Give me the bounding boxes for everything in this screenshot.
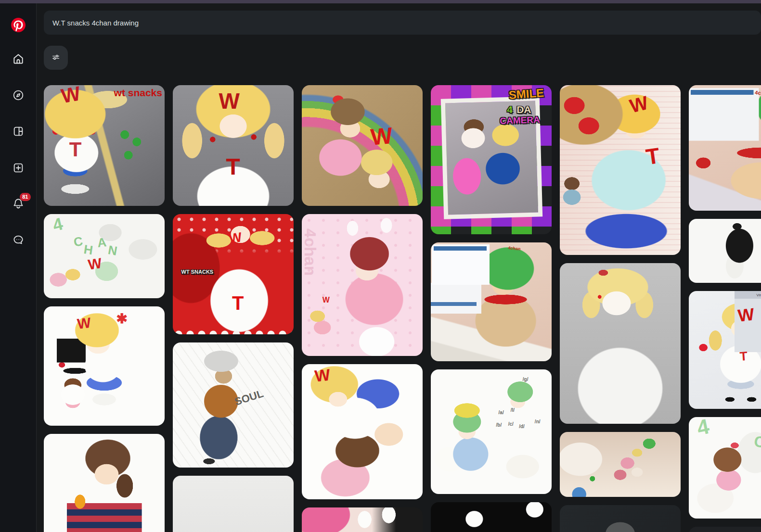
pin-red-dots-wt-snacks[interactable]: WT SNACKSWT <box>173 214 294 334</box>
pin-gray-pointing-girl[interactable] <box>560 263 681 424</box>
sidebar-item-messages[interactable] <box>7 228 30 252</box>
pin-art-text: 4chan <box>755 90 761 97</box>
pin-column: wt snacksWT4CHANWW✱ <box>44 85 165 532</box>
sliders-icon <box>51 52 61 64</box>
pin-art-text: T <box>645 144 661 168</box>
pin-art-text: /l/ <box>511 408 515 413</box>
sidebar-item-home[interactable] <box>7 47 30 70</box>
pin-art-text: H <box>83 243 94 256</box>
pin-art-text: DA <box>516 104 531 114</box>
pin-pink-catgirls[interactable]: 4chanW <box>302 214 423 356</box>
pin-art-text: C <box>73 234 84 248</box>
pin-art-text: /n/ <box>535 419 541 424</box>
sidebar-item-explore[interactable] <box>7 84 30 107</box>
pin-art-text: wt snacks <box>114 88 162 98</box>
pin-art-text: SMILE <box>508 87 544 101</box>
pin-wt-snacks-hammer[interactable]: wt snacksWT <box>44 85 165 206</box>
pin-art-text: CAMERA <box>500 115 540 126</box>
pin-chibi-sitting-cat[interactable]: W✱ <box>44 306 165 426</box>
pin-art-text: W <box>219 90 239 112</box>
pin-art-text: T <box>69 139 82 160</box>
sidebar-item-boards[interactable] <box>7 120 30 143</box>
compass-icon <box>12 89 25 101</box>
pin-art-text: W <box>737 306 755 325</box>
window-chrome-strip <box>0 0 761 3</box>
pin-cat-clover-earth[interactable] <box>560 432 681 497</box>
pin-4ch-catgirl[interactable]: 4CH <box>689 417 761 519</box>
pin-art-text: 4chan <box>508 246 521 252</box>
pin-4chan-sketch[interactable]: 4CHANW <box>44 214 165 298</box>
pin-art-text: SOUL <box>233 389 265 408</box>
layout-icon <box>12 125 25 138</box>
pin-art-text: T <box>739 349 748 362</box>
pin-art-text: W <box>87 256 103 272</box>
search-input[interactable] <box>44 11 761 35</box>
pin-dark-crop[interactable] <box>689 527 761 532</box>
pin-art-text: T <box>232 293 244 313</box>
pinterest-app: 81 wt snacksWT4CHANWW✱WTWT SNACKSWTSOULW… <box>0 0 761 532</box>
pin-art-text: T <box>226 155 240 178</box>
pin-art-text: W <box>60 85 82 106</box>
pin-dark-machine-sketch[interactable] <box>560 505 681 532</box>
sidebar-item-notifications[interactable]: 81 <box>7 192 30 215</box>
pin-black-catgirl[interactable] <box>431 502 552 532</box>
pin-piggyback[interactable]: W <box>302 364 423 499</box>
pin-wt-girl-gray[interactable]: WT <box>173 85 294 206</box>
pin-art-text: W <box>314 367 331 384</box>
notifications-badge: 81 <box>20 193 30 201</box>
pin-art-text: 4 <box>507 104 513 114</box>
pin-art-text: N <box>107 243 118 257</box>
pin-trollface[interactable] <box>173 476 294 532</box>
pin-art-text: 4 <box>51 215 64 234</box>
pin-pink-hat-crop[interactable] <box>302 507 423 532</box>
pin-art-text: /g/ <box>523 377 529 382</box>
pin-art-text: /d/ <box>519 424 525 429</box>
pin-art-text: WT SNACKS <box>181 269 214 275</box>
pin-smile-4-da-camera[interactable]: SMILE4DACAMERA <box>431 85 552 234</box>
pin-art-text: Virtual PC Con <box>757 293 761 297</box>
pin-column: W4chanWW <box>302 85 423 532</box>
pin-nurse-browser[interactable]: 4chan <box>431 242 552 361</box>
sidebar-item-create[interactable] <box>7 156 30 179</box>
pin-column: SMILE4DACAMERA4chan/g//a//l//b//c//d//n/ <box>431 85 552 532</box>
pin-nurse-crop[interactable]: 4chan <box>689 85 761 211</box>
chat-icon <box>12 234 25 246</box>
search-bar <box>44 11 761 35</box>
pin-rainbow-duo[interactable]: W <box>302 85 423 206</box>
filter-button[interactable] <box>44 46 68 70</box>
plus-icon <box>12 162 25 174</box>
pin-monster-sketch[interactable] <box>689 219 761 283</box>
pin-art-text: W <box>228 230 243 245</box>
pin-column: WTWT SNACKSWTSOUL <box>173 85 294 532</box>
pin-art-text: ✱ <box>116 312 128 326</box>
pin-art-text: W <box>77 316 91 331</box>
pin-art-text: 4 <box>695 417 711 439</box>
pin-art-text: W <box>628 93 650 116</box>
pin-chibi-virtualpc[interactable]: Virtual PC ConWT <box>689 291 761 409</box>
pin-soda-girl[interactable] <box>44 434 165 532</box>
pin-column: 4chanVirtual PC ConWT4CH <box>689 85 761 532</box>
pin-box-hammer-girl[interactable]: WT <box>560 85 681 255</box>
pin-column: WT <box>560 85 681 532</box>
pin-art-text: /c/ <box>508 422 514 427</box>
pin-grid: wt snacksWT4CHANWW✱WTWT SNACKSWTSOULW4ch… <box>44 85 761 532</box>
pin-alphabet-blocks-kids[interactable]: /g//a//l//b//c//d//n/ <box>431 369 552 494</box>
sidebar: 81 <box>0 0 37 532</box>
pin-art-text: W <box>370 124 393 149</box>
pin-art-text: A <box>97 236 107 249</box>
pinterest-logo-icon <box>11 18 26 32</box>
pin-art-text: /b/ <box>496 423 502 428</box>
pin-art-text: C <box>753 433 761 450</box>
pin-art-text: /a/ <box>499 410 504 415</box>
pin-soul-sketch[interactable]: SOUL <box>173 342 294 468</box>
home-icon <box>12 52 25 65</box>
pin-art-text: 4chan <box>302 228 319 276</box>
pin-art-text: W <box>322 296 330 304</box>
pinterest-logo[interactable] <box>7 13 30 37</box>
